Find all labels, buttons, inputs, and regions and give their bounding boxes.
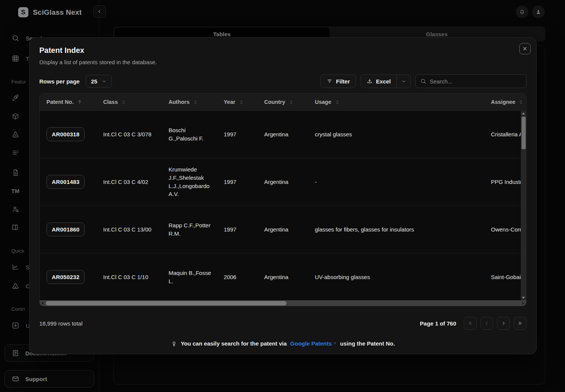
cell-authors: Boschi G.,Paloschi F. xyxy=(162,126,217,143)
cell-authors: Krumwiede J.F.,Shelestak L.J.,Longobardo… xyxy=(162,165,217,198)
sort-icon xyxy=(193,100,198,105)
pagination: Page 1 of 760 xyxy=(420,317,526,330)
cell-class: Int.Cl C 03 C 13/00 xyxy=(96,225,162,234)
page-indicator: Page 1 of 760 xyxy=(420,320,456,327)
chevron-left-icon xyxy=(484,321,489,326)
cell-year: 2006 xyxy=(217,273,257,281)
sort-icon xyxy=(289,100,294,105)
sort-icon xyxy=(121,100,126,105)
sort-icon xyxy=(519,100,523,105)
table-toolbar: Rows per page 25 Filter Excel xyxy=(39,74,526,88)
sort-ascending-icon xyxy=(77,99,82,105)
filter-button-label: Filter xyxy=(336,78,350,85)
patents-table: Patent No. Class Authors Year Country Us… xyxy=(39,93,526,306)
cell-class: Int.Cl C 03 C 4/02 xyxy=(96,178,162,186)
close-icon xyxy=(522,46,528,51)
column-label: Authors xyxy=(169,99,190,105)
link-label: Google Patents xyxy=(290,340,332,347)
triangle-left-icon xyxy=(42,302,43,305)
triangle-down-icon xyxy=(522,297,525,299)
tip-text-suffix: using the Patent No. xyxy=(340,340,395,347)
column-label: Country xyxy=(264,99,285,105)
cell-usage: - xyxy=(308,178,484,186)
excel-export-button[interactable]: Excel xyxy=(361,75,396,88)
scroll-up-button[interactable] xyxy=(521,111,526,116)
cell-assignee: Owens-Corn xyxy=(484,225,526,234)
table-row[interactable]: AR050232 Int.Cl C 03 C 1/10 Maquin B.,Fo… xyxy=(40,253,526,301)
column-header-usage[interactable]: Usage xyxy=(308,94,484,110)
vertical-scrollbar[interactable] xyxy=(521,111,526,300)
column-header-country[interactable]: Country xyxy=(257,94,308,110)
excel-split-button: Excel xyxy=(361,74,411,88)
scroll-down-button[interactable] xyxy=(521,295,526,300)
table-row[interactable]: AR001483 Int.Cl C 03 C 4/02 Krumwiede J.… xyxy=(40,158,526,206)
cell-usage: UV-absorbing glasses xyxy=(308,273,484,281)
rows-per-page-value: 25 xyxy=(91,78,98,85)
sort-icon xyxy=(239,100,244,105)
column-header-class[interactable]: Class xyxy=(96,94,162,110)
horizontal-scrollbar-thumb[interactable] xyxy=(46,301,286,306)
table-row[interactable]: AR001860 Int.Cl C 03 C 13/00 Rapp C.F.,P… xyxy=(40,206,526,253)
first-page-button[interactable] xyxy=(464,317,477,330)
rows-per-page-label: Rows per page xyxy=(39,78,80,85)
scroll-right-button[interactable] xyxy=(520,300,526,306)
table-search xyxy=(415,74,526,88)
search-input[interactable] xyxy=(430,75,526,88)
cell-year: 1997 xyxy=(217,178,257,186)
column-header-year[interactable]: Year xyxy=(217,94,257,110)
rows-per-page-select[interactable]: 25 xyxy=(86,75,112,88)
vertical-scrollbar-thumb[interactable] xyxy=(522,117,526,149)
cell-assignee: Saint-Gobai xyxy=(484,273,526,281)
table-header-row: Patent No. Class Authors Year Country Us… xyxy=(40,94,526,111)
google-patents-link[interactable]: Google Patents xyxy=(290,340,337,347)
patent-no-badge[interactable]: AR050232 xyxy=(46,270,85,284)
scroll-left-button[interactable] xyxy=(40,300,45,306)
patent-no-badge[interactable]: AR001483 xyxy=(46,175,85,189)
last-page-button[interactable] xyxy=(514,317,526,330)
cell-country: Argentina xyxy=(257,273,308,281)
sort-icon xyxy=(335,100,340,105)
modal-title: Patent Index xyxy=(39,46,526,57)
cell-country: Argentina xyxy=(257,178,308,186)
cell-country: Argentina xyxy=(257,225,308,234)
cell-country: Argentina xyxy=(257,130,308,139)
filter-icon xyxy=(327,78,333,84)
external-link-icon xyxy=(333,341,337,346)
patent-no-badge[interactable]: AR000318 xyxy=(46,127,85,142)
column-header-patent-no[interactable]: Patent No. xyxy=(40,94,96,110)
chevrons-left-icon xyxy=(467,321,473,326)
cell-authors: Maquin B.,Fosse L. xyxy=(162,269,217,286)
chevron-right-icon xyxy=(501,321,506,326)
previous-page-button[interactable] xyxy=(480,317,493,330)
cell-year: 1997 xyxy=(217,130,257,139)
search-tip: You can easily search for the patent via… xyxy=(39,339,526,348)
lightbulb-icon xyxy=(171,340,177,347)
search-icon xyxy=(420,78,426,84)
cell-assignee: Cristalleria A xyxy=(484,130,526,139)
modal-subtitle: Display a list of patents stored in the … xyxy=(39,59,526,67)
table-row[interactable]: AR000318 Int.Cl C 03 C 3/078 Boschi G.,P… xyxy=(40,111,526,158)
patent-no-badge[interactable]: AR001860 xyxy=(46,222,85,237)
cell-authors: Rapp C.F.,Potter R.M. xyxy=(162,221,217,238)
column-label: Patent No. xyxy=(46,99,74,105)
table-footer: 18,999 rows total Page 1 of 760 xyxy=(39,317,526,330)
rows-total: 18,999 rows total xyxy=(39,320,82,327)
column-header-authors[interactable]: Authors xyxy=(162,94,217,110)
cell-assignee: PPG Industri xyxy=(484,178,526,186)
chevrons-right-icon xyxy=(517,321,523,326)
chevron-down-icon xyxy=(102,79,107,84)
next-page-button[interactable] xyxy=(497,317,510,330)
cell-class: Int.Cl C 03 C 3/078 xyxy=(96,130,162,139)
chevron-down-icon xyxy=(401,79,406,84)
cell-usage: crystal glasses xyxy=(308,130,484,139)
horizontal-scrollbar[interactable] xyxy=(40,300,526,306)
cell-usage: glasses for fibers, glasses for insulato… xyxy=(308,225,484,234)
modal-close-button[interactable] xyxy=(519,43,531,54)
column-header-assignee[interactable]: Assignee xyxy=(484,94,526,110)
excel-options-button[interactable] xyxy=(397,75,410,88)
patent-index-modal: Patent Index Display a list of patents s… xyxy=(29,37,537,354)
filter-button[interactable]: Filter xyxy=(320,74,356,88)
column-label: Class xyxy=(103,99,118,105)
cell-class: Int.Cl C 03 C 1/10 xyxy=(96,273,162,281)
cell-year: 1997 xyxy=(217,225,257,234)
